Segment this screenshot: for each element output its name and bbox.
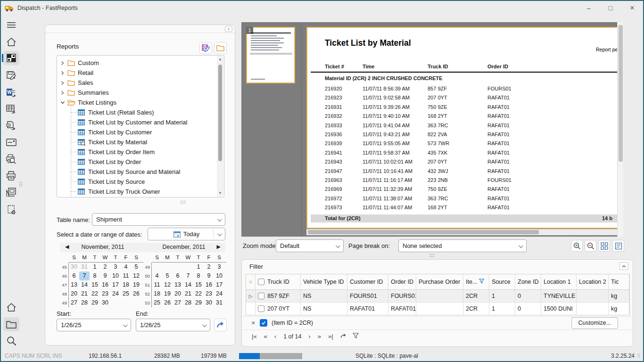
calendar-day-cell[interactable]: 5 [162,272,173,280]
calendar-day-cell[interactable]: 29 [193,298,204,307]
calendar-day-cell[interactable]: 17 [110,280,121,289]
export-file-icon[interactable] [5,120,17,132]
filter-grid-cell[interactable]: kg [609,303,629,315]
calendar-day-cell[interactable]: 24 [110,289,121,298]
calendar-day-cell[interactable]: 10 [214,272,224,280]
filter-grid-cell[interactable]: NS [301,290,347,302]
calendar-day-cell[interactable] [110,298,121,307]
filter-column-header[interactable]: Purchase Order [416,274,463,289]
calendar-day-cell[interactable]: 5 [131,263,141,272]
tree-item-report[interactable]: Ticket List by Order Item [57,147,216,157]
calendar-day-cell[interactable]: 26 [131,289,141,298]
calendar-day-cell[interactable]: 24 [214,289,224,298]
calendar-day-cell[interactable]: 21 [79,289,90,298]
tree-scrollbar[interactable]: ▲ ▼ [217,56,223,197]
calendar-day-cell[interactable]: 30 [204,298,214,307]
edit-report-button[interactable] [199,42,212,54]
calendar-day-cell[interactable]: 14 [183,280,193,289]
nav-next-page-button[interactable]: » [318,333,321,340]
nav-filter-button[interactable] [353,333,359,340]
calendar-day-cell[interactable]: 27 [173,298,183,307]
calendar-day-cell[interactable]: 6 [173,272,183,280]
filter-grid-cell[interactable]: 1500 DUNI [541,303,577,315]
calendar-day-cell[interactable]: 22 [193,289,204,298]
header-checkbox[interactable] [258,279,264,285]
calendar-day-cell[interactable]: 15 [193,280,204,289]
filter-column-header[interactable]: Location 2 [577,274,609,289]
vscroll-thumb[interactable] [619,25,623,162]
nav-jump-button[interactable] [340,333,347,340]
table-name-dropdown[interactable]: Shipment [92,213,225,226]
calendar-day-cell[interactable]: 30 [100,298,110,307]
calendar-day-cell[interactable]: 15 [90,280,100,289]
calendar-day-cell[interactable]: 17 [214,280,224,289]
calendar-day-cell[interactable]: 14 [79,280,90,289]
calendar-day-cell[interactable]: 13 [173,280,183,289]
page-setup-icon[interactable] [5,186,17,198]
filter-column-header[interactable]: Location 1 [541,274,577,289]
calendar-day-cell[interactable]: 20 [69,289,79,298]
folder-button[interactable] [214,42,227,54]
tree-item-report[interactable]: Ticket List by Order [57,157,216,167]
filter-grid-cell[interactable] [577,290,609,302]
filter-column-header[interactable]: Truck ID [256,274,301,289]
row-checkbox[interactable] [258,305,264,312]
filter-column-header[interactable]: Ite... [463,274,489,289]
sidebar-splitter-grip[interactable] [19,182,23,189]
calendar-day-cell[interactable]: 1 [193,263,204,272]
row-checkbox[interactable] [258,293,264,299]
calendar-day-cell[interactable]: 25 [121,289,131,298]
filter-column-header[interactable]: Tic [609,274,629,289]
tree-item-report[interactable]: Ticket List by Source and Material [57,167,216,177]
chevron-right-icon[interactable] [60,61,65,66]
calendar-day-cell[interactable] [183,263,193,272]
collapse-panel-button[interactable]: ‹ [225,26,232,32]
panel-splitter-grip[interactable] [181,201,188,204]
filter-column-header[interactable]: Vehicle Type ID [301,274,347,289]
filter-grid-cell[interactable]: 857 9ZF [256,290,301,302]
filter-grid-cell[interactable]: FOURS01 [388,290,416,302]
close-button[interactable]: × [621,1,643,15]
tree-scroll-thumb[interactable] [218,65,222,161]
calendar-day-cell[interactable]: 4 [121,263,131,272]
filter-grid-cell[interactable]: kg [609,290,629,302]
filter-grid-cell[interactable]: RAFAT01 [347,303,388,315]
calendar-day-cell[interactable]: 18 [152,289,162,298]
menu-icon[interactable] [5,19,17,31]
tree-item-folder[interactable]: Ticket Listings [57,98,216,107]
calendar-day-cell[interactable]: 8 [90,272,100,280]
end-date-dropdown[interactable]: 1/26/25 [136,319,210,331]
thumbnail-view-button[interactable] [598,240,610,252]
chevron-down-icon[interactable] [60,100,65,105]
calendar-day-cell[interactable]: 18 [121,280,131,289]
filter-column-header[interactable]: Customer ID [347,274,388,289]
nav-next-button[interactable]: › [308,333,310,340]
preview-vscrollbar[interactable] [617,22,623,237]
zoom-mode-dropdown[interactable]: Default [276,239,344,252]
filter-column-header[interactable]: Order ID [388,274,416,289]
filter-grid-cell[interactable] [416,303,463,315]
tree-item-report[interactable]: Ticket List by Customer [57,127,216,137]
tree-item-report[interactable]: Ticket List by Source [57,177,216,187]
apply-date-button[interactable] [214,319,227,331]
resize-grip[interactable] [638,354,641,360]
calendar-day-cell[interactable]: 23 [204,289,214,298]
filter-column-header[interactable]: Zone ID [515,274,541,289]
zoom-out-button[interactable] [585,240,596,252]
tree-item-folder[interactable]: Custom [57,58,216,68]
calendar-day-cell[interactable] [131,298,141,307]
calendar-day-cell[interactable]: 26 [162,298,173,307]
tree-item-report[interactable]: Ticket List by Truck [57,197,216,197]
calendar-day-cell[interactable]: 31 [214,298,224,307]
filter-grid-row[interactable]: 207 0YTNSRAFAT01RAFAT012CR101500 DUNIkg [246,303,629,315]
filter-splitter-grip[interactable] [429,254,437,257]
tree-item-report[interactable]: Ticket List by Customer and Material [57,117,216,127]
page-thumbnail[interactable]: 1 [246,27,295,83]
filter-grid-cell[interactable]: NS [301,303,347,315]
filter-grid-cell[interactable]: 1 [489,303,515,315]
calendar-day-cell[interactable]: 11 [152,280,162,289]
export-word-icon[interactable]: W [5,87,17,99]
customize-button[interactable]: Customize... [571,317,618,329]
calendar-day-cell[interactable]: 1 [90,263,100,272]
filter-grid-cell[interactable]: 2CR [463,303,489,315]
